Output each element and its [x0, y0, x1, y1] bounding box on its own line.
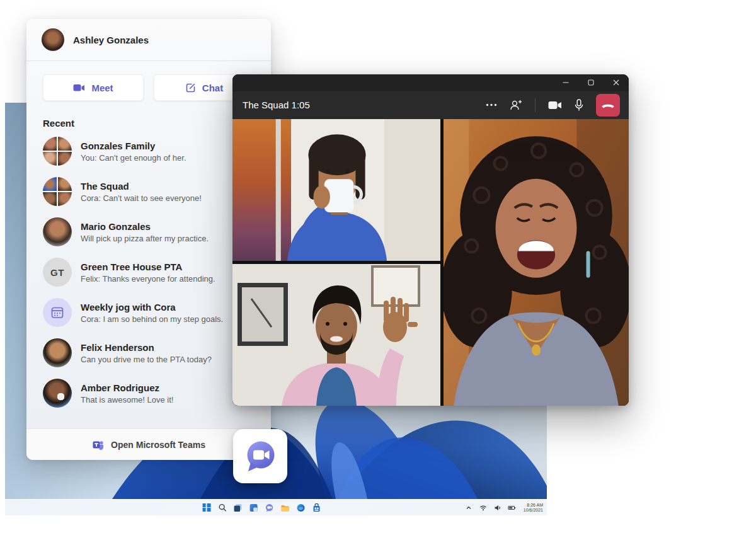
conversation-title: Green Tree House PTA	[81, 261, 215, 272]
conversation-title: Amber Rodriguez	[81, 382, 173, 393]
tray-date: 10/6/2021	[524, 508, 543, 513]
call-controls-bar: The Squad 1:05	[232, 91, 629, 119]
contact-avatar	[43, 217, 72, 246]
chat-flyout-button[interactable]	[233, 429, 287, 483]
call-controls	[486, 94, 629, 117]
edge-browser-icon[interactable]	[296, 503, 306, 513]
battery-icon[interactable]	[507, 503, 517, 513]
open-teams-label: Open Microsoft Teams	[111, 440, 205, 450]
chat-taskbar-icon[interactable]	[265, 503, 275, 513]
participant-tile-woman-with-mug	[232, 119, 440, 261]
widgets-icon[interactable]	[249, 503, 259, 513]
group-avatar	[43, 177, 72, 206]
participant-tile-man-waving	[232, 264, 440, 406]
maximize-icon	[588, 79, 594, 86]
video-camera-icon	[73, 83, 85, 93]
user-name: Ashley Gonzales	[73, 35, 149, 45]
call-title: The Squad 1:05	[232, 100, 486, 110]
meet-button[interactable]: Meet	[43, 74, 144, 101]
conversation-title: Gonzales Family	[81, 141, 186, 151]
teams-logo-icon	[92, 439, 105, 451]
conversation-preview: Cora: I am so behind on my step goals.	[81, 314, 223, 324]
microphone-icon[interactable]	[575, 99, 583, 112]
video-call-window: The Squad 1:05	[232, 74, 629, 406]
volume-icon[interactable]	[493, 503, 503, 513]
tray-time: 8:26 AM	[524, 503, 543, 508]
compose-icon	[185, 83, 196, 93]
calendar-avatar	[43, 298, 72, 327]
start-button[interactable]	[202, 503, 212, 513]
taskbar-center-icons	[202, 500, 322, 515]
contact-avatar	[43, 338, 72, 367]
file-explorer-icon[interactable]	[280, 503, 290, 513]
camera-icon[interactable]	[548, 100, 562, 110]
chat-button-label: Chat	[202, 83, 223, 93]
minimize-icon	[563, 79, 569, 86]
taskbar-tray: 8:26 AM 10/6/2021	[464, 500, 543, 515]
user-avatar	[42, 28, 64, 51]
conversation-title: Felix Henderson	[81, 342, 212, 353]
conversation-title: The Squad	[81, 181, 202, 192]
tray-clock[interactable]: 8:26 AM 10/6/2021	[522, 503, 543, 513]
conversation-preview: Can you drive me to the PTA today?	[81, 355, 212, 364]
conversation-title: Mario Gonzales	[81, 221, 209, 232]
tray-chevron-up-icon[interactable]	[464, 503, 474, 513]
participant-tile-woman-laughing	[444, 119, 629, 406]
video-grid	[232, 119, 629, 406]
store-icon[interactable]	[312, 503, 322, 513]
hangup-button[interactable]	[596, 94, 620, 117]
add-people-icon[interactable]	[510, 100, 522, 111]
hangup-icon	[601, 102, 615, 108]
wifi-icon[interactable]	[478, 503, 488, 513]
group-avatar	[43, 137, 72, 166]
more-options-icon[interactable]	[486, 103, 497, 106]
contact-avatar	[43, 379, 72, 408]
page-canvas: 8:26 AM 10/6/2021 Ashley Gonzales Meet C…	[0, 0, 756, 545]
conversation-preview: Cora: Can't wait to see everyone!	[81, 193, 202, 203]
windows-logo-icon	[202, 503, 210, 512]
close-button[interactable]	[604, 74, 629, 91]
call-window-titlebar	[232, 74, 629, 91]
task-view-icon[interactable]	[233, 503, 243, 513]
maximize-button[interactable]	[578, 74, 604, 91]
conversation-preview: Felix: Thanks everyone for attending.	[81, 274, 215, 284]
search-icon[interactable]	[217, 503, 227, 513]
controls-divider	[535, 98, 536, 112]
minimize-button[interactable]	[553, 74, 578, 91]
close-icon	[613, 79, 619, 86]
initials-avatar: GT	[43, 258, 72, 287]
taskbar: 8:26 AM 10/6/2021	[5, 499, 547, 515]
meet-button-label: Meet	[91, 83, 113, 93]
chat-bubble-video-icon	[243, 439, 278, 474]
conversation-preview: Will pick up pizza after my practice.	[81, 234, 209, 243]
conversation-title: Weekly jog with Cora	[81, 302, 223, 313]
calendar-icon	[50, 306, 64, 319]
chat-panel-header: Ashley Gonzales	[26, 19, 271, 61]
conversation-preview: That is awesome! Love it!	[81, 395, 173, 404]
conversation-preview: You: Can't get enough of her.	[81, 153, 186, 163]
